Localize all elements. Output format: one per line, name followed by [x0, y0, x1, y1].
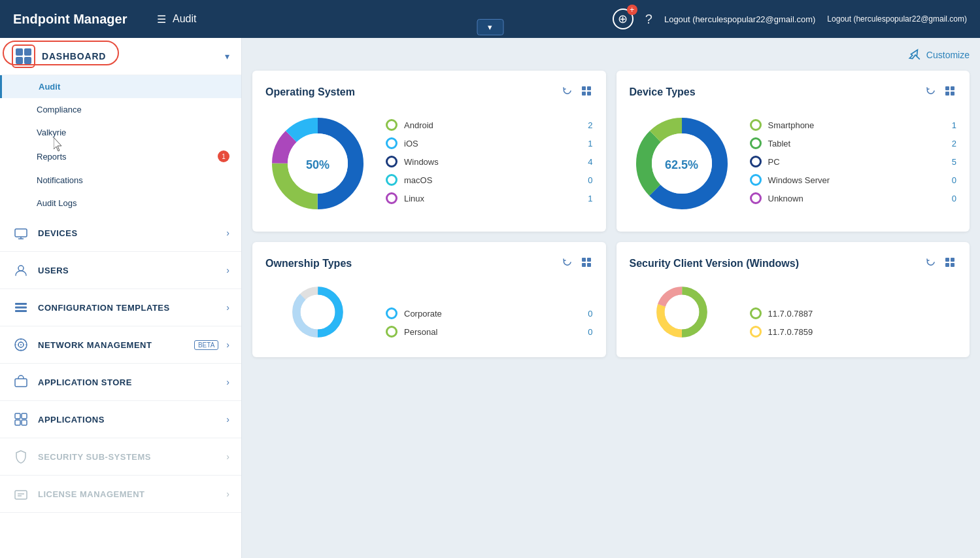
applications-chevron-icon: ›: [226, 414, 229, 425]
audit-logs-label: Audit Logs: [37, 198, 76, 208]
content-topbar: Customize: [252, 48, 970, 61]
sidebar-applications-header[interactable]: APPLICATIONS ›: [0, 401, 241, 438]
card-device-types-body: 62.5% Smartphone 1 Tablet 2: [630, 111, 957, 218]
sidebar-devices-header[interactable]: DEVICES ›: [0, 215, 241, 251]
network-label: NETWORK MANAGEMENT: [38, 340, 182, 350]
sidebar-license-header[interactable]: LICENSE MANAGEMENT ›: [0, 476, 241, 512]
version2-name: 11.7.0.7859: [768, 327, 957, 337]
security-chevron-icon: ›: [226, 451, 229, 462]
dropdown-chevron-icon: ▾: [488, 22, 492, 32]
svg-rect-19: [582, 86, 586, 90]
os-legend: Android 2 iOS 1 Windows 4: [386, 119, 593, 211]
svg-rect-38: [582, 263, 586, 267]
add-icon: ⊕: [618, 12, 628, 26]
license-chevron-icon: ›: [226, 489, 229, 499]
unknown-dot: [750, 192, 762, 204]
appstore-chevron-icon: ›: [226, 377, 229, 387]
sidebar-item-audit[interactable]: Audit: [0, 75, 241, 98]
security-label: SECURITY SUB-SYSTEMS: [38, 452, 218, 462]
personal-name: Personal: [404, 327, 576, 337]
sidebar-item-compliance[interactable]: Compliance: [0, 98, 241, 121]
tablet-name: Tablet: [768, 139, 940, 148]
logout-label[interactable]: Logout (herculespopular22@gmail.com): [664, 14, 815, 24]
svg-rect-22: [587, 92, 591, 96]
smartphone-name: Smartphone: [768, 120, 940, 130]
sidebar-item-audit-logs[interactable]: Audit Logs: [0, 192, 241, 215]
card-os-grid[interactable]: [580, 84, 593, 100]
hamburger-icon[interactable]: ☰: [157, 13, 166, 26]
card-device-types: Device Types: [617, 71, 970, 232]
ownership-donut: [265, 283, 370, 344]
linux-dot: [386, 192, 397, 204]
card-device-types-actions: [924, 84, 956, 101]
customize-button[interactable]: Customize: [908, 48, 970, 61]
macos-dot: [386, 174, 397, 186]
card-device-grid[interactable]: [943, 84, 956, 100]
sidebar-section-applications: APPLICATIONS ›: [0, 401, 241, 438]
card-os-body: 50% Android 2 iOS 1: [265, 111, 593, 218]
smartphone-dot: [750, 119, 762, 131]
sidebar-config-header[interactable]: CONFIGURATION TEMPLATES ›: [0, 289, 241, 326]
svg-rect-14: [22, 420, 27, 425]
network-chevron-icon: ›: [226, 340, 229, 350]
users-chevron-icon: ›: [226, 265, 229, 275]
windows-name: Windows: [404, 157, 576, 167]
add-button[interactable]: ⊕: [613, 9, 634, 29]
dashboard-chevron-icon[interactable]: ▾: [225, 51, 229, 61]
card-ownership-grid[interactable]: [580, 256, 593, 271]
sidebar-item-reports[interactable]: Reports 1: [0, 144, 241, 169]
version1-dot: [750, 307, 762, 319]
version1-name: 11.7.0.7887: [768, 309, 957, 319]
app-title: Endpoint Manager: [13, 12, 144, 27]
card-security-version-body: 11.7.0.7887 11.7.0.7859: [630, 283, 957, 344]
sidebar-users-header[interactable]: USERS ›: [0, 252, 241, 288]
sidebar-appstore-header[interactable]: APPLICATION STORE ›: [0, 364, 241, 400]
network-icon: [12, 336, 30, 354]
svg-rect-39: [587, 263, 591, 267]
legend-unknown: Unknown 0: [750, 192, 957, 204]
sidebar-item-valkyrie[interactable]: Valkyrie: [0, 121, 241, 144]
card-security-refresh[interactable]: [924, 255, 938, 272]
sidebar-security-header[interactable]: SECURITY SUB-SYSTEMS ›: [0, 438, 241, 475]
sidebar: DASHBOARD ▾ Audit Compliance Valkyrie Re…: [0, 38, 242, 558]
ios-name: iOS: [404, 139, 576, 148]
license-icon: [12, 485, 30, 503]
svg-rect-13: [15, 420, 20, 425]
svg-rect-20: [587, 86, 591, 90]
security-icon: [12, 447, 30, 466]
pc-count: 5: [946, 157, 956, 167]
card-device-refresh[interactable]: [924, 84, 938, 101]
topbar: Endpoint Manager ☰ Audit ▾ ⊕ ? Logout (h…: [0, 0, 980, 38]
topbar-dropdown[interactable]: ▾: [477, 19, 503, 35]
applications-label: APPLICATIONS: [38, 415, 218, 425]
card-security-grid[interactable]: [943, 256, 956, 271]
sidebar-item-notifications[interactable]: Notifications: [0, 169, 241, 192]
appstore-label: APPLICATION STORE: [38, 377, 218, 387]
legend-tablet: Tablet 2: [750, 137, 957, 149]
help-icon[interactable]: ?: [645, 12, 652, 27]
ownership-donut-svg: [265, 283, 370, 341]
card-device-types-title: Device Types: [630, 86, 696, 98]
sidebar-dashboard-header[interactable]: DASHBOARD ▾: [0, 38, 241, 75]
unknown-count: 0: [946, 194, 956, 203]
legend-version1: 11.7.0.7887: [750, 307, 957, 319]
refresh-icon: [562, 85, 573, 97]
applications-icon: [12, 410, 30, 428]
card-ownership-refresh[interactable]: [560, 255, 575, 272]
svg-rect-5: [15, 307, 27, 309]
security-donut-svg: [630, 283, 734, 341]
svg-rect-29: [951, 86, 955, 90]
grid-icon: [581, 86, 592, 96]
dashboard-grid: Operating System: [252, 71, 970, 357]
dashboard-icon: [12, 44, 35, 68]
os-center-label: 50%: [306, 158, 329, 172]
sidebar-section-appstore: APPLICATION STORE ›: [0, 364, 241, 401]
logout-text[interactable]: Logout (herculespopular22@gmail.com): [827, 14, 967, 24]
sidebar-section-devices: DEVICES ›: [0, 215, 241, 252]
card-os-refresh[interactable]: [560, 84, 575, 101]
corporate-count: 0: [583, 309, 593, 319]
users-icon: [12, 261, 30, 279]
card-ownership: Ownership Types: [252, 242, 606, 357]
sidebar-network-header[interactable]: NETWORK MANAGEMENT BETA ›: [0, 326, 241, 363]
config-icon: [12, 298, 30, 317]
